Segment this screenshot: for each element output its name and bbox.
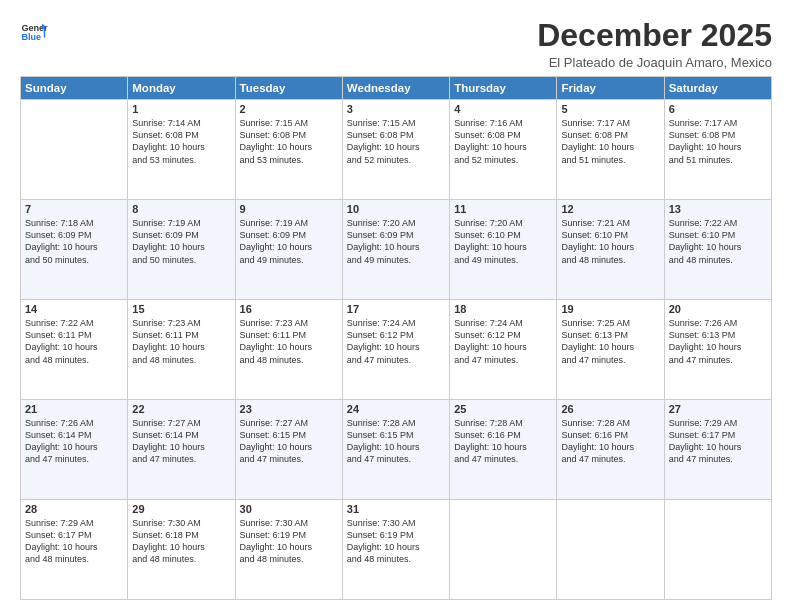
table-row: 23Sunrise: 7:27 AM Sunset: 6:15 PM Dayli… — [235, 400, 342, 500]
table-row: 27Sunrise: 7:29 AM Sunset: 6:17 PM Dayli… — [664, 400, 771, 500]
table-row: 18Sunrise: 7:24 AM Sunset: 6:12 PM Dayli… — [450, 300, 557, 400]
table-row: 24Sunrise: 7:28 AM Sunset: 6:15 PM Dayli… — [342, 400, 449, 500]
day-number: 22 — [132, 403, 230, 415]
week-row-3: 14Sunrise: 7:22 AM Sunset: 6:11 PM Dayli… — [21, 300, 772, 400]
table-row: 21Sunrise: 7:26 AM Sunset: 6:14 PM Dayli… — [21, 400, 128, 500]
day-number: 25 — [454, 403, 552, 415]
day-number: 2 — [240, 103, 338, 115]
day-number: 14 — [25, 303, 123, 315]
day-info: Sunrise: 7:30 AM Sunset: 6:19 PM Dayligh… — [240, 517, 338, 566]
day-info: Sunrise: 7:29 AM Sunset: 6:17 PM Dayligh… — [25, 517, 123, 566]
day-info: Sunrise: 7:29 AM Sunset: 6:17 PM Dayligh… — [669, 417, 767, 466]
day-info: Sunrise: 7:15 AM Sunset: 6:08 PM Dayligh… — [240, 117, 338, 166]
month-title: December 2025 — [537, 18, 772, 53]
table-row: 1Sunrise: 7:14 AM Sunset: 6:08 PM Daylig… — [128, 100, 235, 200]
day-info: Sunrise: 7:27 AM Sunset: 6:14 PM Dayligh… — [132, 417, 230, 466]
day-info: Sunrise: 7:24 AM Sunset: 6:12 PM Dayligh… — [347, 317, 445, 366]
day-number: 3 — [347, 103, 445, 115]
table-row: 13Sunrise: 7:22 AM Sunset: 6:10 PM Dayli… — [664, 200, 771, 300]
day-number: 23 — [240, 403, 338, 415]
table-row: 22Sunrise: 7:27 AM Sunset: 6:14 PM Dayli… — [128, 400, 235, 500]
table-row: 17Sunrise: 7:24 AM Sunset: 6:12 PM Dayli… — [342, 300, 449, 400]
day-number: 26 — [561, 403, 659, 415]
day-number: 12 — [561, 203, 659, 215]
table-row: 16Sunrise: 7:23 AM Sunset: 6:11 PM Dayli… — [235, 300, 342, 400]
table-row: 12Sunrise: 7:21 AM Sunset: 6:10 PM Dayli… — [557, 200, 664, 300]
week-row-1: 1Sunrise: 7:14 AM Sunset: 6:08 PM Daylig… — [21, 100, 772, 200]
table-row: 6Sunrise: 7:17 AM Sunset: 6:08 PM Daylig… — [664, 100, 771, 200]
day-number: 16 — [240, 303, 338, 315]
table-row: 7Sunrise: 7:18 AM Sunset: 6:09 PM Daylig… — [21, 200, 128, 300]
table-row: 19Sunrise: 7:25 AM Sunset: 6:13 PM Dayli… — [557, 300, 664, 400]
table-row: 28Sunrise: 7:29 AM Sunset: 6:17 PM Dayli… — [21, 500, 128, 600]
table-row: 9Sunrise: 7:19 AM Sunset: 6:09 PM Daylig… — [235, 200, 342, 300]
table-row: 3Sunrise: 7:15 AM Sunset: 6:08 PM Daylig… — [342, 100, 449, 200]
col-friday: Friday — [557, 77, 664, 100]
day-info: Sunrise: 7:14 AM Sunset: 6:08 PM Dayligh… — [132, 117, 230, 166]
table-row: 30Sunrise: 7:30 AM Sunset: 6:19 PM Dayli… — [235, 500, 342, 600]
day-info: Sunrise: 7:28 AM Sunset: 6:16 PM Dayligh… — [561, 417, 659, 466]
day-number: 30 — [240, 503, 338, 515]
day-number: 1 — [132, 103, 230, 115]
table-row — [21, 100, 128, 200]
table-row: 10Sunrise: 7:20 AM Sunset: 6:09 PM Dayli… — [342, 200, 449, 300]
day-number: 31 — [347, 503, 445, 515]
col-monday: Monday — [128, 77, 235, 100]
day-info: Sunrise: 7:23 AM Sunset: 6:11 PM Dayligh… — [240, 317, 338, 366]
day-info: Sunrise: 7:28 AM Sunset: 6:15 PM Dayligh… — [347, 417, 445, 466]
day-number: 9 — [240, 203, 338, 215]
day-info: Sunrise: 7:26 AM Sunset: 6:14 PM Dayligh… — [25, 417, 123, 466]
table-row: 11Sunrise: 7:20 AM Sunset: 6:10 PM Dayli… — [450, 200, 557, 300]
location-subtitle: El Plateado de Joaquin Amaro, Mexico — [537, 55, 772, 70]
day-number: 10 — [347, 203, 445, 215]
day-info: Sunrise: 7:17 AM Sunset: 6:08 PM Dayligh… — [561, 117, 659, 166]
col-saturday: Saturday — [664, 77, 771, 100]
day-info: Sunrise: 7:28 AM Sunset: 6:16 PM Dayligh… — [454, 417, 552, 466]
table-row: 8Sunrise: 7:19 AM Sunset: 6:09 PM Daylig… — [128, 200, 235, 300]
day-info: Sunrise: 7:20 AM Sunset: 6:10 PM Dayligh… — [454, 217, 552, 266]
table-row: 14Sunrise: 7:22 AM Sunset: 6:11 PM Dayli… — [21, 300, 128, 400]
table-row: 2Sunrise: 7:15 AM Sunset: 6:08 PM Daylig… — [235, 100, 342, 200]
day-info: Sunrise: 7:17 AM Sunset: 6:08 PM Dayligh… — [669, 117, 767, 166]
day-number: 19 — [561, 303, 659, 315]
table-row: 29Sunrise: 7:30 AM Sunset: 6:18 PM Dayli… — [128, 500, 235, 600]
day-info: Sunrise: 7:30 AM Sunset: 6:18 PM Dayligh… — [132, 517, 230, 566]
calendar-table: Sunday Monday Tuesday Wednesday Thursday… — [20, 76, 772, 600]
day-info: Sunrise: 7:24 AM Sunset: 6:12 PM Dayligh… — [454, 317, 552, 366]
day-number: 4 — [454, 103, 552, 115]
week-row-2: 7Sunrise: 7:18 AM Sunset: 6:09 PM Daylig… — [21, 200, 772, 300]
week-row-5: 28Sunrise: 7:29 AM Sunset: 6:17 PM Dayli… — [21, 500, 772, 600]
day-info: Sunrise: 7:21 AM Sunset: 6:10 PM Dayligh… — [561, 217, 659, 266]
col-wednesday: Wednesday — [342, 77, 449, 100]
day-number: 29 — [132, 503, 230, 515]
header-row: Sunday Monday Tuesday Wednesday Thursday… — [21, 77, 772, 100]
day-number: 27 — [669, 403, 767, 415]
table-row: 15Sunrise: 7:23 AM Sunset: 6:11 PM Dayli… — [128, 300, 235, 400]
day-number: 24 — [347, 403, 445, 415]
day-info: Sunrise: 7:26 AM Sunset: 6:13 PM Dayligh… — [669, 317, 767, 366]
table-row — [664, 500, 771, 600]
day-number: 7 — [25, 203, 123, 215]
table-row — [557, 500, 664, 600]
table-row — [450, 500, 557, 600]
calendar-page: General Blue December 2025 El Plateado d… — [0, 0, 792, 612]
day-info: Sunrise: 7:25 AM Sunset: 6:13 PM Dayligh… — [561, 317, 659, 366]
day-info: Sunrise: 7:22 AM Sunset: 6:10 PM Dayligh… — [669, 217, 767, 266]
day-info: Sunrise: 7:23 AM Sunset: 6:11 PM Dayligh… — [132, 317, 230, 366]
logo-icon: General Blue — [20, 18, 48, 46]
day-info: Sunrise: 7:15 AM Sunset: 6:08 PM Dayligh… — [347, 117, 445, 166]
day-number: 13 — [669, 203, 767, 215]
col-sunday: Sunday — [21, 77, 128, 100]
table-row: 31Sunrise: 7:30 AM Sunset: 6:19 PM Dayli… — [342, 500, 449, 600]
day-number: 6 — [669, 103, 767, 115]
header: General Blue December 2025 El Plateado d… — [20, 18, 772, 70]
table-row: 25Sunrise: 7:28 AM Sunset: 6:16 PM Dayli… — [450, 400, 557, 500]
day-info: Sunrise: 7:22 AM Sunset: 6:11 PM Dayligh… — [25, 317, 123, 366]
day-number: 20 — [669, 303, 767, 315]
day-number: 15 — [132, 303, 230, 315]
logo: General Blue — [20, 18, 48, 46]
table-row: 20Sunrise: 7:26 AM Sunset: 6:13 PM Dayli… — [664, 300, 771, 400]
day-info: Sunrise: 7:20 AM Sunset: 6:09 PM Dayligh… — [347, 217, 445, 266]
day-info: Sunrise: 7:27 AM Sunset: 6:15 PM Dayligh… — [240, 417, 338, 466]
day-number: 11 — [454, 203, 552, 215]
